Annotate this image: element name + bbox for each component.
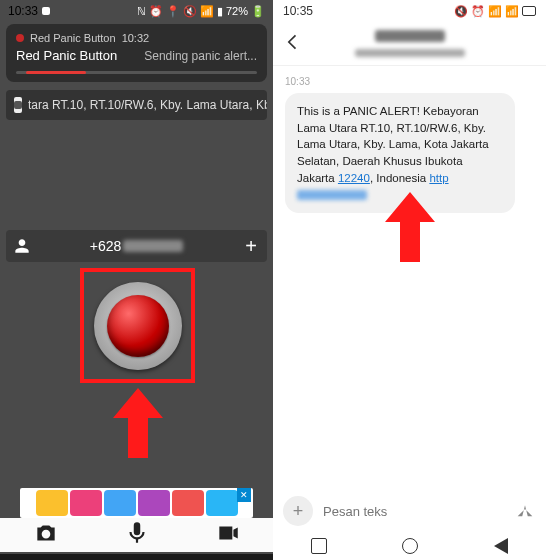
ad-close-icon[interactable]: ✕ <box>237 488 251 502</box>
panic-button-highlight <box>80 268 195 383</box>
ad-banner[interactable]: ✕ <box>20 488 253 518</box>
back-button[interactable] <box>283 32 303 56</box>
chat-contact[interactable] <box>313 30 506 57</box>
message-timestamp: 10:33 <box>285 76 534 87</box>
ad-thumb <box>138 490 170 516</box>
attach-button[interactable]: + <box>283 496 313 526</box>
bottom-action-bar <box>0 518 273 552</box>
status-right-cluster: 🔇 ⏰ 📶 📶 <box>454 5 536 18</box>
notif-title: Red Panic Button <box>16 48 117 63</box>
android-nav-bar <box>0 554 273 560</box>
android-nav-bar <box>273 532 546 560</box>
message-text-mid: , Indonesia <box>370 172 429 184</box>
camera-button[interactable] <box>33 520 59 550</box>
chat-header <box>273 22 546 66</box>
status-time: 10:33 <box>8 4 38 18</box>
message-zip-link[interactable]: 12240 <box>338 172 370 184</box>
ad-thumb <box>172 490 204 516</box>
message-url-hidden <box>297 190 367 200</box>
alarm-icon: ⏰ <box>471 5 485 18</box>
notif-time: 10:32 <box>122 32 150 44</box>
message-url-link[interactable]: http <box>429 172 448 184</box>
mute-icon: 🔇 <box>454 5 468 18</box>
panic-button-inner <box>107 295 169 357</box>
add-contact-button[interactable]: + <box>235 235 267 258</box>
nfc-icon: ℕ <box>137 5 146 18</box>
notification-header: Red Panic Button 10:32 <box>16 32 257 44</box>
messages-app-screen: 10:35 🔇 ⏰ 📶 📶 10:33 This is a PANIC ALER… <box>273 0 546 560</box>
panic-button[interactable] <box>94 282 182 370</box>
contact-name-hidden <box>375 30 445 42</box>
app-body: +628 + ✕ <box>0 100 273 560</box>
mute-icon: 🔇 <box>183 5 197 18</box>
person-icon[interactable] <box>6 230 38 262</box>
nav-back-icon[interactable] <box>494 538 508 554</box>
message-input-row: + <box>283 492 536 530</box>
ad-thumb <box>70 490 102 516</box>
location-icon: 📍 <box>166 5 180 18</box>
phone-number-row[interactable]: +628 + <box>6 230 267 262</box>
ad-thumb <box>104 490 136 516</box>
notification-card[interactable]: Red Panic Button 10:32 Red Panic Button … <box>6 24 267 82</box>
alarm-icon: ⏰ <box>149 5 163 18</box>
nav-home-icon[interactable] <box>402 538 418 554</box>
signal-icon: ▮ <box>217 5 223 18</box>
status-bar-right: 10:35 🔇 ⏰ 📶 📶 <box>273 0 546 22</box>
notif-subtitle: Sending panic alert... <box>144 49 257 63</box>
app-dot-icon <box>16 34 24 42</box>
send-button[interactable] <box>514 498 536 524</box>
ad-thumb <box>206 490 238 516</box>
nav-recents-icon[interactable] <box>311 538 327 554</box>
mic-button[interactable] <box>124 520 150 550</box>
battery-icon <box>522 6 536 16</box>
status-time: 10:35 <box>283 4 313 18</box>
panic-app-screen: 10:33 ℕ ⏰ 📍 🔇 📶 ▮ 72% 🔋 Red Panic Button… <box>0 0 273 560</box>
message-input[interactable] <box>323 504 504 519</box>
notif-app-name: Red Panic Button <box>30 32 116 44</box>
wifi-icon: 📶 <box>488 5 502 18</box>
annotation-arrow-right <box>385 192 435 262</box>
status-bar-left: 10:33 ℕ ⏰ 📍 🔇 📶 ▮ 72% 🔋 <box>0 0 273 22</box>
battery-icon: 🔋 <box>251 5 265 18</box>
status-right-cluster: ℕ ⏰ 📍 🔇 📶 ▮ 72% 🔋 <box>137 5 265 18</box>
battery-pct: 72% <box>226 5 248 17</box>
chat-body: 10:33 This is a PANIC ALERT! Kebayoran L… <box>273 66 546 496</box>
phone-number-hidden <box>123 240 183 252</box>
signal-icon: 📶 <box>505 5 519 18</box>
wifi-icon: 📶 <box>200 5 214 18</box>
status-msg-icon <box>42 7 50 15</box>
phone-number: +628 <box>38 238 235 254</box>
ad-thumb <box>36 490 68 516</box>
video-button[interactable] <box>215 520 241 550</box>
annotation-arrow-left <box>113 388 163 458</box>
contact-number-hidden <box>355 49 465 57</box>
notif-progress-bar <box>16 71 257 74</box>
